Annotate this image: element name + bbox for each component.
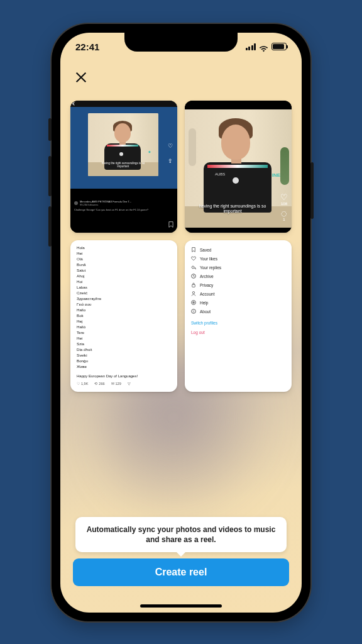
back-icon bbox=[72, 102, 76, 106]
menu-item-about[interactable]: About bbox=[191, 307, 285, 316]
menu-item-your-replies[interactable]: Your replies bbox=[191, 263, 285, 272]
reposts-count: 266 bbox=[99, 382, 104, 387]
reply-icon: ✉ bbox=[111, 382, 114, 387]
cellular-icon bbox=[246, 43, 256, 50]
heart-icon: ♡ bbox=[77, 382, 80, 387]
comment-icon: ◌ bbox=[280, 209, 288, 218]
language-item: Salut bbox=[77, 268, 171, 274]
language-item: Sveiki bbox=[77, 353, 171, 358]
repost-icon: ⟲ bbox=[94, 382, 97, 387]
menu-item-privacy[interactable]: Privacy bbox=[191, 280, 285, 289]
likes-count: 1,9K bbox=[81, 382, 88, 387]
wifi-icon bbox=[259, 43, 268, 50]
thumb1-desc: Challenge George! Can you beat an F1 dri… bbox=[74, 208, 173, 211]
hint-tooltip: Automatically sync your photos and video… bbox=[75, 517, 287, 552]
silent-switch bbox=[48, 118, 52, 141]
language-item: Здравствуйте bbox=[77, 296, 171, 302]
screen: 22:41 bbox=[60, 33, 302, 613]
share-icon: ⇪ bbox=[168, 158, 174, 165]
language-item: Hallo bbox=[77, 308, 171, 313]
language-item: Bok bbox=[77, 313, 171, 319]
bookmark-icon bbox=[191, 247, 196, 252]
phone-frame: 22:41 bbox=[52, 24, 310, 621]
language-message: Happy European Day of Languages! bbox=[77, 374, 171, 379]
lock-icon bbox=[191, 282, 196, 287]
menu-item-your-likes[interactable]: Your likes bbox=[191, 254, 285, 263]
volume-down-button bbox=[48, 206, 52, 247]
info-icon bbox=[191, 309, 196, 314]
switch-profiles-link[interactable]: Switch profiles bbox=[191, 321, 285, 325]
replies-count: 129 bbox=[116, 382, 121, 387]
notch bbox=[124, 33, 238, 52]
language-item: Szia bbox=[77, 341, 171, 347]
create-reel-button[interactable]: Create reel bbox=[73, 558, 289, 586]
help-icon bbox=[191, 300, 196, 305]
language-item: Labas bbox=[77, 285, 171, 291]
thumb2-comments: 1 bbox=[280, 218, 288, 221]
menu-item-label: Your likes bbox=[200, 257, 217, 261]
language-item: Bonġu bbox=[77, 358, 171, 364]
language-item: Olá bbox=[77, 257, 171, 262]
thumb2-stats: ♡ 108 ◌ 1 bbox=[280, 193, 288, 221]
heart-icon bbox=[191, 256, 196, 261]
menu-item-label: Archive bbox=[200, 274, 214, 279]
language-item: Γειά σου bbox=[77, 302, 171, 308]
language-item: Hei bbox=[77, 251, 171, 257]
thumb2-likes: 108 bbox=[280, 202, 288, 206]
status-time: 22:41 bbox=[75, 42, 99, 52]
menu-list: SavedYour likesYour repliesArchivePrivac… bbox=[191, 245, 285, 316]
language-list: HolaHeiOláBunăSalutAhojHoiLabasCześćЗдра… bbox=[77, 245, 171, 370]
language-item: Dia dhuit bbox=[77, 347, 171, 353]
language-item: Cześć bbox=[77, 291, 171, 296]
preview-card-languages[interactable]: HolaHeiOláBunăSalutAhojHoiLabasCześćЗдра… bbox=[70, 240, 177, 392]
preview-card-menu[interactable]: SavedYour likesYour repliesArchivePrivac… bbox=[185, 240, 292, 392]
user-icon bbox=[191, 291, 196, 296]
close-icon bbox=[74, 70, 88, 84]
log-out-link[interactable]: Log out bbox=[191, 330, 285, 335]
home-indicator[interactable] bbox=[140, 604, 222, 608]
svg-point-5 bbox=[194, 310, 194, 311]
close-button[interactable] bbox=[72, 68, 90, 87]
menu-item-label: About bbox=[200, 309, 211, 314]
language-item: Hei bbox=[77, 336, 171, 341]
menu-item-label: Your replies bbox=[200, 265, 221, 270]
preview-card-post[interactable]: ◆ having the right surroundings is so im… bbox=[70, 101, 177, 233]
power-button bbox=[310, 162, 314, 219]
send-icon: ▽ bbox=[128, 382, 131, 387]
thumb1-caption: having the right surroundings is so impo… bbox=[90, 162, 156, 169]
svg-point-2 bbox=[192, 292, 194, 294]
menu-item-help[interactable]: Help bbox=[191, 298, 285, 307]
language-item: Ahoj bbox=[77, 274, 171, 279]
brand-text-2: INE bbox=[272, 172, 280, 178]
language-item: Hoi bbox=[77, 279, 171, 285]
preview-card-video[interactable]: AUBS INE having the right surroundings i… bbox=[185, 101, 292, 233]
svg-rect-1 bbox=[192, 284, 195, 287]
menu-item-saved[interactable]: Saved bbox=[191, 245, 285, 254]
menu-item-label: Account bbox=[200, 292, 215, 296]
thumb2-caption: having the right surroundings is so impo… bbox=[192, 204, 273, 214]
thumb1-sub: 99,234 followers bbox=[80, 203, 131, 206]
clock-icon bbox=[191, 274, 196, 279]
language-item: Tere bbox=[77, 330, 171, 336]
thumb1-actions: ♡ ⇪ bbox=[168, 143, 174, 165]
avatar-icon bbox=[74, 201, 78, 205]
menu-item-archive[interactable]: Archive bbox=[191, 272, 285, 280]
battery-icon bbox=[272, 43, 287, 50]
language-item: Hola bbox=[77, 245, 171, 251]
reply-icon bbox=[191, 265, 196, 270]
like-icon: ♡ bbox=[280, 193, 288, 201]
menu-item-label: Saved bbox=[200, 248, 211, 252]
post-actions: ♡1,9K ⟲266 ✉129 ▽ bbox=[77, 382, 171, 387]
like-icon: ♡ bbox=[168, 143, 174, 150]
bookmark-icon bbox=[168, 221, 173, 228]
language-item: Halló bbox=[77, 325, 171, 330]
language-item: Bună bbox=[77, 262, 171, 268]
menu-item-label: Privacy bbox=[200, 283, 213, 287]
brand-text-1: AUBS bbox=[215, 172, 225, 176]
language-item: Живе bbox=[77, 364, 171, 370]
menu-item-account[interactable]: Account bbox=[191, 289, 285, 298]
language-item: Hej bbox=[77, 319, 171, 325]
menu-item-label: Help bbox=[200, 301, 208, 305]
volume-up-button bbox=[48, 156, 52, 196]
preview-grid: ◆ having the right surroundings is so im… bbox=[70, 101, 292, 392]
